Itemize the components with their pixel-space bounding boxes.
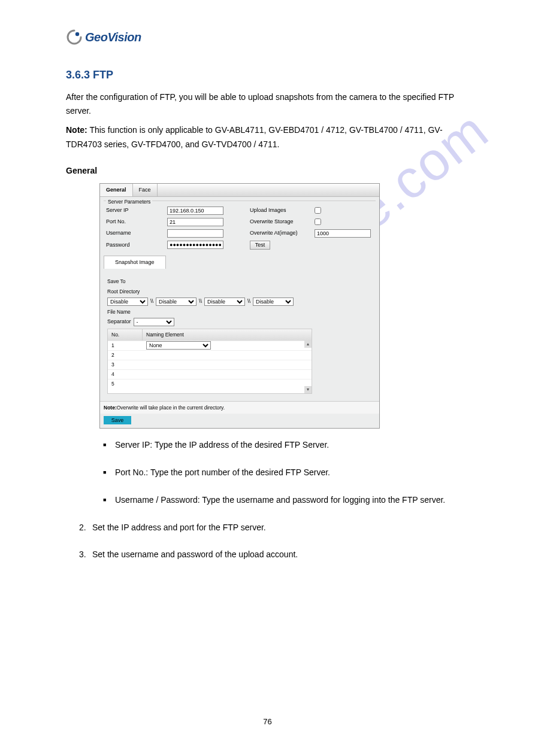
svg-point-0 xyxy=(75,32,79,36)
label-overwrite-storage: Overwrite Storage xyxy=(250,217,315,226)
step-list: 2.Set the IP address and port for the FT… xyxy=(79,521,469,563)
note-strip-label: Note: xyxy=(104,405,117,411)
table-body: ▴ ▾ 1 None 2 3 4 5 xyxy=(108,341,312,393)
th-naming: Naming Element xyxy=(143,329,312,340)
checkbox-overwrite-storage[interactable] xyxy=(315,218,321,225)
step-2: 2.Set the IP address and port for the FT… xyxy=(79,521,469,535)
note-line: Note: This function is only applicable t… xyxy=(66,123,469,152)
note-strip-text: Overwrite will take place in the current… xyxy=(117,405,225,411)
tab-snapshot-image[interactable]: Snapshot Image xyxy=(104,256,166,269)
test-button[interactable]: Test xyxy=(250,241,270,250)
server-parameters-fieldset: Server Parameters Server IP Upload Image… xyxy=(104,201,376,252)
intro-text: After the configuration of FTP, you will… xyxy=(66,90,469,119)
section-heading: 3.6.3 FTP xyxy=(66,66,469,84)
fieldset-label: Server Parameters xyxy=(106,198,152,206)
label-overwrite-at: Overwrite At(image) xyxy=(250,229,315,238)
select-dir-1[interactable]: Disable xyxy=(107,297,148,306)
label-password: Password xyxy=(106,241,167,250)
page-number: 76 xyxy=(0,717,535,726)
table-row: 1 None xyxy=(108,341,312,350)
root-dir-row: Disable \\ Disable \\ Disable \\ Disable xyxy=(107,297,372,306)
td-no-2: 2 xyxy=(108,351,143,359)
checkbox-upload-images[interactable] xyxy=(315,207,321,214)
label-file-name: File Name xyxy=(107,308,372,316)
step-2-num: 2. xyxy=(79,521,92,535)
table-row: 5 xyxy=(108,379,312,388)
slash-2: \\ xyxy=(199,297,202,306)
label-port: Port No. xyxy=(106,217,167,226)
note-label: Note: xyxy=(66,125,87,135)
naming-table: No. Naming Element ▴ ▾ 1 None 2 3 4 5 xyxy=(107,329,312,393)
td-no-3: 3 xyxy=(108,360,143,369)
scroll-up-icon[interactable]: ▴ xyxy=(304,341,312,348)
input-overwrite-at[interactable] xyxy=(315,229,371,238)
th-no: No. xyxy=(108,329,143,340)
select-dir-2[interactable]: Disable xyxy=(156,297,197,306)
label-server-ip: Server IP xyxy=(106,206,167,215)
slash-3: \\ xyxy=(247,297,250,306)
label-username: Username xyxy=(106,229,167,238)
input-server-ip[interactable] xyxy=(167,207,223,215)
label-upload-images: Upload Images xyxy=(250,206,315,215)
select-naming-1[interactable]: None xyxy=(146,341,211,350)
step-3-text: Set the username and password of the upl… xyxy=(92,549,298,559)
snapshot-subtabs: Snapshot Image xyxy=(104,256,376,269)
bullet-port: Port No.: Type the port number of the de… xyxy=(115,466,469,480)
save-button[interactable]: Save xyxy=(104,416,131,424)
input-username[interactable] xyxy=(167,229,223,238)
td-no-4: 4 xyxy=(108,370,143,378)
input-password[interactable] xyxy=(167,241,223,249)
step-3-num: 3. xyxy=(79,548,92,562)
input-port[interactable] xyxy=(167,218,223,226)
step-2-text: Set the IP address and port for the FTP … xyxy=(92,523,266,532)
note-text: This function is only applicable to GV-A… xyxy=(66,125,443,149)
td-no-5: 5 xyxy=(108,379,143,388)
subheading-general: General xyxy=(66,164,469,178)
table-row: 2 xyxy=(108,350,312,360)
logo: GeoVision xyxy=(66,29,141,45)
label-save-to: Save To xyxy=(107,277,372,286)
page-content: 3.6.3 FTP After the configuration of FTP… xyxy=(66,66,469,575)
scroll-down-icon[interactable]: ▾ xyxy=(304,386,312,393)
snapshot-body: Save To Root Directory Disable \\ Disabl… xyxy=(104,272,376,397)
slash-1: \\ xyxy=(150,297,153,306)
bullet-server-ip: Server IP: Type the IP address of the de… xyxy=(115,438,469,453)
table-row: 4 xyxy=(108,369,312,379)
logo-swirl-icon xyxy=(66,29,83,45)
label-separator: Separator xyxy=(107,317,131,326)
bullet-user-pass: Username / Password: Type the username a… xyxy=(115,493,469,508)
step-3: 3.Set the username and password of the u… xyxy=(79,548,469,562)
td-no-1: 1 xyxy=(108,341,143,350)
panel-tabs: General Face xyxy=(100,184,379,197)
table-header: No. Naming Element xyxy=(108,329,312,340)
select-separator[interactable]: - xyxy=(134,318,174,326)
label-root-dir: Root Directory xyxy=(107,287,372,296)
tab-face[interactable]: Face xyxy=(133,184,158,196)
tab-general[interactable]: General xyxy=(100,184,133,196)
separator-row: Separator - xyxy=(107,317,372,326)
select-dir-3[interactable]: Disable xyxy=(204,297,245,306)
bullet-list: Server IP: Type the IP address of the de… xyxy=(115,438,469,507)
logo-text: GeoVision xyxy=(85,31,141,44)
panel-note-strip: Note:Overwrite will take place in the cu… xyxy=(100,401,379,414)
ftp-config-panel: General Face Server Parameters Server IP… xyxy=(99,183,380,429)
select-dir-4[interactable]: Disable xyxy=(253,297,294,306)
table-row: 3 xyxy=(108,360,312,369)
